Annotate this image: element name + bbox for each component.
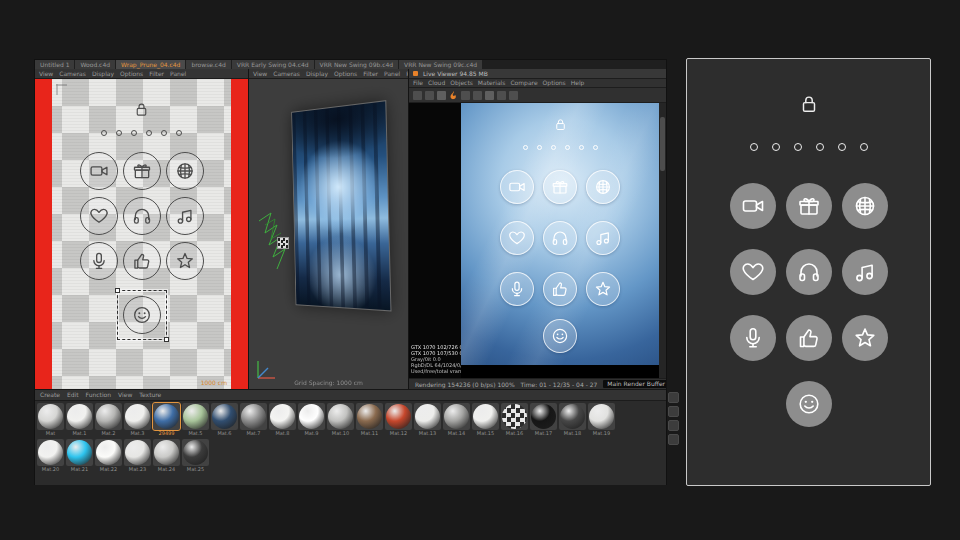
material-thumbnail[interactable]: Mat.20 [37,439,64,473]
folder-open-icon[interactable] [413,91,422,100]
menu-display[interactable]: Display [92,69,114,78]
material-thumbnail[interactable]: Mat.14 [443,403,470,437]
add-layer-icon[interactable] [668,392,679,403]
picture-viewer-scrollbar[interactable] [659,103,666,378]
star-button[interactable] [166,242,204,280]
material-thumbnail[interactable]: 29499 [153,403,180,437]
filter-icon[interactable] [668,406,679,417]
scrollbar-thumb[interactable] [660,117,665,171]
music-note-button[interactable] [586,221,620,255]
menu-view[interactable]: View [118,390,132,400]
material-thumbnail[interactable]: Mat.25 [182,439,209,473]
document-tab[interactable]: VRR New Swing 09c.c4d [399,60,482,69]
music-note-button[interactable] [166,197,204,235]
gift-button[interactable] [123,152,161,190]
menu-function[interactable]: Function [86,390,112,400]
menu-view[interactable]: View [253,69,267,78]
uv-canvas[interactable]: 1000 cm [35,79,248,389]
star-button[interactable] [586,272,620,306]
material-thumbnail[interactable]: Mat.6 [211,403,238,437]
material-thumbnail[interactable]: Mat.10 [327,403,354,437]
material-thumbnail[interactable]: Mat.17 [530,403,557,437]
menu-panel[interactable]: Panel [384,69,400,78]
cathedral-texture-plane[interactable] [292,101,390,310]
menu-filter[interactable]: Filter [363,69,378,78]
selection-marquee[interactable] [117,290,167,340]
material-thumbnail[interactable]: Mat.2 [95,403,122,437]
thumbs-up-button[interactable] [786,315,832,361]
video-camera-button[interactable] [500,170,534,204]
material-thumbnail[interactable]: Mat.5 [182,403,209,437]
material-thumbnail[interactable]: Mat.23 [124,439,151,473]
perspective-canvas[interactable]: Grid Spacing: 1000 cm [249,79,408,389]
menu-materials[interactable]: Materials [478,79,506,87]
microphone-button[interactable] [500,272,534,306]
headphones-button[interactable] [786,249,832,295]
headphones-button[interactable] [123,197,161,235]
material-thumbnail[interactable]: Mat [37,403,64,437]
thumbs-up-button[interactable] [123,242,161,280]
render-buffer-select[interactable]: Main Render Buffer [603,380,666,388]
material-thumbnail[interactable]: Mat.1 [66,403,93,437]
material-thumbnail[interactable]: Mat.13 [414,403,441,437]
material-thumbnail[interactable]: Mat.22 [95,439,122,473]
headphones-button[interactable] [543,221,577,255]
video-camera-button[interactable] [730,183,776,229]
menu-file[interactable]: File [413,79,423,87]
material-thumbnail[interactable]: Mat.7 [240,403,267,437]
menu-cameras[interactable]: Cameras [273,69,300,78]
document-tab[interactable]: Untitled 1 [35,60,74,69]
star-button[interactable] [842,315,888,361]
render-image-area[interactable] [461,103,659,378]
stop-icon[interactable] [473,91,482,100]
menu-prorender[interactable]: ProRender [406,69,408,78]
menu-display[interactable]: Display [306,69,328,78]
menu-filter[interactable]: Filter [149,69,164,78]
menu-objects[interactable]: Objects [450,79,473,87]
menu-cameras[interactable]: Cameras [59,69,86,78]
menu-compare[interactable]: Compare [510,79,537,87]
copy-icon[interactable] [437,91,446,100]
menu-texture[interactable]: Texture [139,390,161,400]
document-tab[interactable]: Wrap_Prune_04.c4d [116,60,185,69]
list-view-icon[interactable] [668,434,679,445]
menu-cloud[interactable]: Cloud [428,79,445,87]
picture-viewer-titlebar[interactable]: Live Viewer 94.85 MB [409,69,666,79]
material-thumbnail[interactable]: Mat.24 [153,439,180,473]
menu-options[interactable]: Options [334,69,357,78]
save-image-icon[interactable] [425,91,434,100]
heart-button[interactable] [500,221,534,255]
heart-button[interactable] [80,197,118,235]
pause-icon[interactable] [461,91,470,100]
disco-ball-button[interactable] [842,183,888,229]
thumbs-up-button[interactable] [543,272,577,306]
material-thumbnail[interactable]: Mat.15 [472,403,499,437]
material-thumbnail[interactable]: Mat.8 [269,403,296,437]
document-tab[interactable]: Wood.c4d [75,60,115,69]
menu-edit[interactable]: Edit [67,390,79,400]
material-thumbnail[interactable]: Mat.19 [588,403,615,437]
disco-ball-button[interactable] [166,152,204,190]
document-tab[interactable]: VRR New Swing 09b.c4d [315,60,399,69]
video-camera-button[interactable] [80,152,118,190]
menu-options[interactable]: Options [543,79,566,87]
menu-view[interactable]: View [39,69,53,78]
search-icon[interactable] [668,420,679,431]
menu-panel[interactable]: Panel [170,69,186,78]
document-tab[interactable]: VRR Early Swing 04.c4d [232,60,314,69]
microphone-button[interactable] [80,242,118,280]
material-thumbnail[interactable]: Mat.3 [124,403,151,437]
gift-button[interactable] [543,170,577,204]
menu-help[interactable]: Help [571,79,585,87]
material-thumbnail[interactable]: Mat.16 [501,403,528,437]
smiley-button[interactable] [123,296,161,334]
material-thumbnail[interactable]: Mat.18 [559,403,586,437]
microphone-button[interactable] [730,315,776,361]
material-thumbnail[interactable]: Mat.11 [356,403,383,437]
settings-icon[interactable] [509,91,518,100]
heart-button[interactable] [730,249,776,295]
gift-button[interactable] [786,183,832,229]
pick-material-icon[interactable] [497,91,506,100]
material-thumbnail[interactable]: Mat.9 [298,403,325,437]
smiley-button[interactable] [543,319,577,353]
